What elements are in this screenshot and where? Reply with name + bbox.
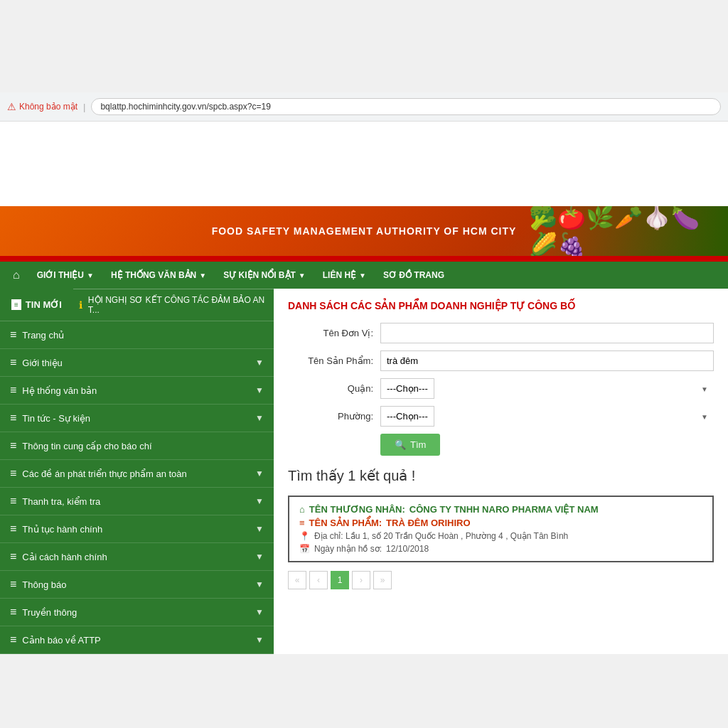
address-text: Địa chỉ: Lầu 1, số 20 Trần Quốc Hoàn , P… bbox=[314, 531, 568, 541]
don-vi-row: Tên Đơn Vị: bbox=[288, 323, 714, 343]
bullet-icon: ≡ bbox=[10, 495, 16, 508]
bullet-icon: ≡ bbox=[10, 467, 16, 480]
main-nav: ⌂ GIỚI THIỆU ▼ HỆ THỐNG VĂN BẢN ▼ SỰ KIỆ… bbox=[0, 262, 728, 289]
chevron-down-icon: ▼ bbox=[255, 496, 264, 506]
ticker-text: HỘI NGHỊ SƠ KẾT CÔNG TÁC ĐẢM BẢO AN T... bbox=[88, 295, 268, 315]
phuong-select-wrapper: ---Chọn--- bbox=[380, 406, 714, 427]
sidebar-item-he-thong-van-ban[interactable]: ≡ Hệ thống văn bản ▼ bbox=[0, 377, 274, 405]
merchant-line: ⌂ TÊN THƯƠNG NHÂN: CÔNG TY TNHH NARO PHA… bbox=[299, 504, 702, 515]
sidebar: ≡ TIN MỚI ℹ HỘI NGHỊ SƠ KẾT CÔNG TÁC ĐẢM… bbox=[0, 289, 274, 654]
search-icon: 🔍 bbox=[395, 439, 406, 450]
chevron-down-icon: ▼ bbox=[255, 579, 264, 589]
sidebar-item-tin-tuc[interactable]: ≡ Tin tức - Sự kiện ▼ bbox=[0, 405, 274, 432]
merchant-label: TÊN THƯƠNG NHÂN: bbox=[309, 504, 405, 515]
pagination-page-1[interactable]: 1 bbox=[331, 571, 349, 589]
pagination-next[interactable]: › bbox=[352, 571, 370, 589]
content-wrapper: ≡ TIN MỚI ℹ HỘI NGHỊ SƠ KẾT CÔNG TÁC ĐẢM… bbox=[0, 289, 728, 654]
phuong-select[interactable]: ---Chọn--- bbox=[380, 406, 434, 427]
home-icon: ⌂ bbox=[299, 504, 305, 515]
address-icon: 📍 bbox=[299, 531, 310, 541]
chevron-down-icon: ▼ bbox=[255, 385, 264, 395]
chevron-down-icon: ▼ bbox=[255, 413, 264, 423]
header-banner: FOOD SAFETY MANAGEMENT AUTHORITY OF HCM … bbox=[0, 206, 728, 256]
bullet-icon: ≡ bbox=[10, 578, 16, 591]
bullet-icon: ≡ bbox=[10, 328, 16, 341]
san-pham-label: Tên Sản Phẩm: bbox=[288, 355, 373, 366]
date-value: 12/10/2018 bbox=[386, 544, 429, 554]
bullet-icon: ≡ bbox=[10, 412, 16, 424]
chevron-down-icon: ▼ bbox=[255, 607, 264, 617]
chevron-down-icon: ▼ bbox=[255, 358, 264, 368]
nav-su-kien-noi-bat[interactable]: SỰ KIỆN NỔI BẬT ▼ bbox=[216, 264, 313, 286]
page-title: DANH SÁCH CÁC SẢN PHẨM DOANH NGHIỆP TỰ C… bbox=[288, 300, 714, 311]
info-icon: ℹ bbox=[79, 299, 82, 311]
nav-gioi-thieu[interactable]: GIỚI THIỆU ▼ bbox=[30, 264, 101, 286]
site-title: FOOD SAFETY MANAGEMENT AUTHORITY OF HCM … bbox=[212, 225, 517, 237]
quan-select[interactable]: ---Chọn--- bbox=[380, 378, 434, 399]
sidebar-item-thu-tuc[interactable]: ≡ Thủ tục hành chính ▼ bbox=[0, 515, 274, 543]
sidebar-item-trang-chu[interactable]: ≡ Trang chủ bbox=[0, 321, 274, 349]
sidebar-item-thong-bao[interactable]: ≡ Thông báo ▼ bbox=[0, 571, 274, 599]
security-label: Không bảo mật bbox=[19, 102, 77, 112]
chevron-down-icon: ▼ bbox=[87, 272, 94, 279]
bullet-icon: ≡ bbox=[10, 523, 16, 535]
main-content: DANH SÁCH CÁC SẢN PHẨM DOANH NGHIỆP TỰ C… bbox=[274, 289, 728, 654]
product-label: Tên sản phẩm: bbox=[309, 518, 382, 528]
product-line: ≡ Tên sản phẩm: TRÀ ĐÊM ORIHIRO bbox=[299, 518, 702, 528]
don-vi-label: Tên Đơn Vị: bbox=[288, 328, 373, 338]
chevron-down-icon: ▼ bbox=[199, 272, 206, 279]
pagination-first[interactable]: « bbox=[288, 571, 306, 589]
result-card: ⌂ TÊN THƯƠNG NHÂN: CÔNG TY TNHH NARO PHA… bbox=[288, 496, 714, 562]
date-icon: 📅 bbox=[299, 544, 310, 554]
chevron-down-icon: ▼ bbox=[359, 272, 366, 279]
date-label: Ngày nhận hồ sơ: bbox=[314, 544, 382, 554]
bullet-icon: ≡ bbox=[10, 384, 16, 397]
chevron-down-icon: ▼ bbox=[255, 469, 264, 478]
quan-label: Quận: bbox=[288, 383, 373, 394]
url-separator: | bbox=[83, 102, 85, 112]
nav-he-thong-van-ban[interactable]: HỆ THỐNG VĂN BẢN ▼ bbox=[104, 264, 213, 286]
ticker: ℹ HỘI NGHỊ SƠ KẾT CÔNG TÁC ĐẢM BẢO AN T.… bbox=[73, 289, 274, 321]
search-form: Tên Đơn Vị: Tên Sản Phẩm: Quận: ---Chọn-… bbox=[288, 323, 714, 456]
don-vi-input[interactable] bbox=[380, 323, 714, 343]
quan-select-wrapper: ---Chọn--- bbox=[380, 378, 714, 399]
chevron-down-icon: ▼ bbox=[255, 524, 264, 534]
chevron-down-icon: ▼ bbox=[255, 552, 264, 562]
sidebar-item-gioi-thieu[interactable]: ≡ Giới thiệu ▼ bbox=[0, 349, 274, 377]
url-bar[interactable]: bqlattp.hochiminhcity.gov.vn/spcb.aspx?c… bbox=[91, 98, 721, 115]
search-btn-row: 🔍 Tìm bbox=[288, 434, 714, 456]
product-value: TRÀ ĐÊM ORIHIRO bbox=[386, 518, 470, 528]
warning-icon: ⚠ bbox=[7, 101, 16, 112]
phuong-row: Phường: ---Chọn--- bbox=[288, 406, 714, 427]
pagination: « ‹ 1 › » bbox=[288, 571, 714, 589]
sidebar-item-thanh-tra[interactable]: ≡ Thanh tra, kiểm tra ▼ bbox=[0, 488, 274, 515]
pagination-prev[interactable]: ‹ bbox=[309, 571, 328, 589]
nav-so-do-trang[interactable]: SƠ ĐỒ TRANG bbox=[376, 264, 451, 286]
bullet-icon: ≡ bbox=[10, 356, 16, 369]
merchant-value: CÔNG TY TNHH NARO PHARMA VIỆT NAM bbox=[410, 504, 599, 515]
sidebar-item-canh-bao[interactable]: ≡ Cảnh báo về ATTP ▼ bbox=[0, 626, 274, 654]
sidebar-item-thong-tin-bao-chi[interactable]: ≡ Thông tin cung cấp cho báo chí bbox=[0, 432, 274, 460]
pagination-last[interactable]: » bbox=[373, 571, 392, 589]
san-pham-input[interactable] bbox=[380, 350, 714, 371]
phuong-label: Phường: bbox=[288, 411, 373, 422]
san-pham-row: Tên Sản Phẩm: bbox=[288, 350, 714, 371]
result-date: 📅 Ngày nhận hồ sơ: 12/10/2018 bbox=[299, 544, 702, 554]
sidebar-item-truyen-thong[interactable]: ≡ Truyền thông ▼ bbox=[0, 599, 274, 626]
nav-lien-he[interactable]: LIÊN HỆ ▼ bbox=[316, 264, 373, 286]
tin-moi-icon: ≡ bbox=[11, 299, 21, 310]
chevron-down-icon: ▼ bbox=[255, 635, 264, 645]
nav-home[interactable]: ⌂ bbox=[6, 263, 27, 287]
bullet-icon: ≡ bbox=[10, 550, 16, 563]
search-button[interactable]: 🔍 Tìm bbox=[380, 434, 440, 456]
result-meta: 📍 Địa chỉ: Lầu 1, số 20 Trần Quốc Hoàn ,… bbox=[299, 531, 702, 541]
sidebar-item-de-an[interactable]: ≡ Các đề án phát triển thực phẩm an toàn… bbox=[0, 460, 274, 488]
list-icon: ≡ bbox=[299, 518, 305, 528]
quan-row: Quận: ---Chọn--- bbox=[288, 378, 714, 399]
red-stripe bbox=[0, 256, 728, 262]
sidebar-item-cai-cach[interactable]: ≡ Cải cách hành chính ▼ bbox=[0, 543, 274, 571]
bullet-icon: ≡ bbox=[10, 606, 16, 619]
chevron-down-icon: ▼ bbox=[299, 272, 306, 279]
bullet-icon: ≡ bbox=[10, 439, 16, 452]
security-warning: ⚠ Không bảo mật bbox=[7, 101, 77, 112]
